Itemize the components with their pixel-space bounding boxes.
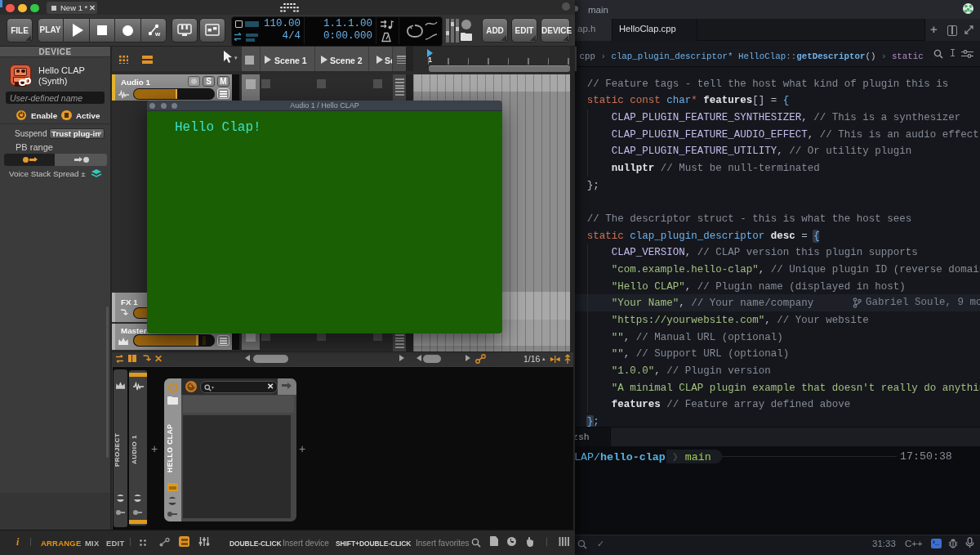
svg-text:w: w [154,30,161,38]
